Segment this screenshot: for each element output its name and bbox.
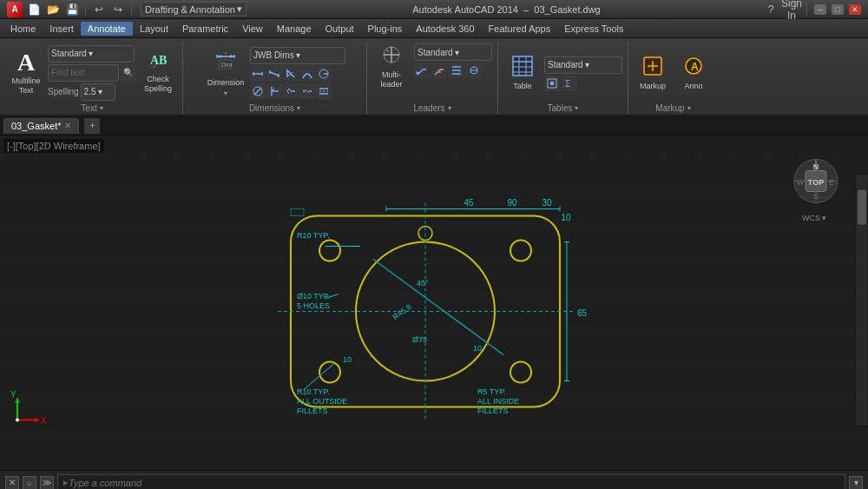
signin-button[interactable]: Sign In <box>784 2 799 17</box>
dim-aligned-button[interactable] <box>266 66 282 82</box>
dim-jogged-button[interactable] <box>283 83 299 99</box>
leader-collect-button[interactable] <box>466 63 482 78</box>
annotation-button[interactable]: A Anno <box>674 49 713 97</box>
help-button[interactable]: ? <box>763 2 779 17</box>
redo-button[interactable]: ↪ <box>110 2 126 17</box>
save-button[interactable]: 💾 <box>64 2 80 17</box>
dimensions-label-text: Dimensions <box>249 103 294 113</box>
multiline-text-button[interactable]: A MultilineText <box>7 49 45 97</box>
ribbon: A MultilineText Standard ▾ Find text 🔍 <box>0 38 868 116</box>
leaders-style-dropdown[interactable]: Standard ▾ <box>414 43 492 61</box>
dim-radius-button[interactable] <box>316 66 332 82</box>
menu-express-tools[interactable]: Express Tools <box>557 22 630 36</box>
svg-text:45°: 45° <box>417 279 429 287</box>
menu-plugins[interactable]: Plug-ins <box>361 22 410 36</box>
document-tabs: 03_Gasket* ✕ + <box>0 116 868 135</box>
multileader-button[interactable]: Multi-leader <box>372 42 411 90</box>
tables-style-dropdown[interactable]: Standard ▾ <box>544 56 622 74</box>
menu-view[interactable]: View <box>235 22 270 36</box>
svg-line-28 <box>306 89 309 93</box>
tables-group-label[interactable]: Tables ▾ <box>548 103 579 115</box>
markup-group-items: Markup A Anno <box>634 42 713 103</box>
svg-text:Ø75: Ø75 <box>412 335 427 344</box>
markup-button[interactable]: Markup <box>634 49 672 97</box>
menu-manage[interactable]: Manage <box>270 22 319 36</box>
workspace-dropdown[interactable]: Drafting & Annotation ▾ <box>141 2 247 17</box>
minimize-button[interactable]: ─ <box>814 4 826 15</box>
tables-arrow: ▾ <box>585 60 589 69</box>
ribbon-group-text: A MultilineText Standard ▾ Find text 🔍 <box>3 42 183 115</box>
dim-style-dropdown[interactable]: JWB Dims ▾ <box>250 47 345 64</box>
dim-adjust-button[interactable] <box>316 83 332 99</box>
undo-button[interactable]: ↩ <box>91 2 107 17</box>
drawing-area[interactable]: 45 90 30 10 65 R10 TYP. Ø10 TYP. 5 HOLES… <box>0 135 868 470</box>
text-style-dropdown[interactable]: Standard ▾ <box>48 45 135 63</box>
svg-text:10: 10 <box>343 355 352 364</box>
doc-tab-close[interactable]: ✕ <box>64 121 71 130</box>
command-line: ✕ ⌕ ≫ ▸ Type a command ▾ <box>0 470 868 489</box>
svg-text:90: 90 <box>507 198 517 208</box>
svg-text:W: W <box>797 178 805 187</box>
file-name: 03_Gasket.dwg <box>534 4 600 15</box>
dimensions-group-label[interactable]: Dimensions ▾ <box>249 103 300 115</box>
leaders-group-label[interactable]: Leaders ▾ <box>413 103 450 115</box>
command-expand-button[interactable]: ▾ <box>849 476 863 490</box>
main-area: [-][Top][2D Wireframe] <box>0 135 868 470</box>
command-search-button[interactable]: ⌕ <box>23 476 36 490</box>
find-text-button[interactable]: 🔍 <box>121 65 136 81</box>
svg-text:Σ: Σ <box>565 79 570 89</box>
menu-layout[interactable]: Layout <box>133 22 175 36</box>
new-button[interactable]: 📄 <box>26 2 42 17</box>
dim-diameter-button[interactable] <box>250 83 266 99</box>
dim-linear-button[interactable] <box>250 66 266 82</box>
open-button[interactable]: 📂 <box>45 2 61 17</box>
multileader-icon <box>380 43 403 69</box>
dim-arc-button[interactable] <box>299 66 315 82</box>
maximize-button[interactable]: □ <box>832 4 844 15</box>
menu-bar: Home Insert Annotate Layout Parametric V… <box>0 19 868 38</box>
ribbon-content: A MultilineText Standard ▾ Find text 🔍 <box>0 38 868 115</box>
dimension-button[interactable]: Dim Dimension ▾ <box>204 49 247 97</box>
markup-group-label[interactable]: Markup ▾ <box>655 103 690 115</box>
menu-annotate[interactable]: Annotate <box>81 22 133 36</box>
text-group-label[interactable]: Text ▾ <box>81 103 102 115</box>
menu-featured-apps[interactable]: Featured Apps <box>482 22 558 36</box>
dim-angular-button[interactable] <box>283 66 299 82</box>
menu-output[interactable]: Output <box>319 22 361 36</box>
spelling-arrow: ▾ <box>98 87 102 96</box>
leader-remove-button[interactable] <box>431 63 447 78</box>
find-text-input[interactable]: Find text <box>48 64 119 82</box>
close-button[interactable]: ✕ <box>849 4 861 15</box>
spelling-dropdown[interactable]: 2.5 ▾ <box>81 83 115 101</box>
title-bar-title: Autodesk AutoCAD 2014 – 03_Gasket.dwg <box>250 4 763 15</box>
menu-parametric[interactable]: Parametric <box>175 22 235 36</box>
dim-break-button[interactable] <box>299 83 315 99</box>
title-bar-right: ? Sign In ─ □ ✕ <box>763 2 861 17</box>
table-cell-button[interactable] <box>544 76 560 91</box>
check-spelling-label: CheckSpelling <box>144 75 172 94</box>
menu-autodesk360[interactable]: Autodesk 360 <box>409 22 481 36</box>
dim-icons-row1 <box>250 66 345 82</box>
menu-home[interactable]: Home <box>3 22 43 36</box>
doc-tab-gasket[interactable]: 03_Gasket* ✕ <box>3 118 79 134</box>
table-formula-button[interactable]: Σ <box>562 76 577 91</box>
separator3 <box>806 3 807 16</box>
svg-text:FILLETS: FILLETS <box>297 406 328 415</box>
svg-text:✓: ✓ <box>152 63 158 70</box>
ribbon-group-leaders: Multi-leader Standard ▾ <box>369 42 498 115</box>
command-options-button[interactable]: ≫ <box>40 476 54 490</box>
check-spelling-button[interactable]: ABC✓ CheckSpelling <box>139 49 177 97</box>
svg-text:10: 10 <box>473 344 482 353</box>
dim-ordinate-button[interactable] <box>266 83 282 99</box>
command-input[interactable]: ▸ Type a command <box>57 474 845 490</box>
leader-align-button[interactable] <box>449 63 464 78</box>
table-button[interactable]: Table <box>503 49 542 97</box>
new-tab-button[interactable]: + <box>84 118 100 134</box>
spelling-label: Spelling <box>48 87 79 96</box>
tables-label-text: Tables <box>548 103 573 113</box>
command-close-button[interactable]: ✕ <box>5 476 19 490</box>
svg-line-21 <box>254 88 261 95</box>
table-small-btns: Σ <box>544 76 622 91</box>
leader-add-button[interactable] <box>414 63 430 78</box>
menu-insert[interactable]: Insert <box>43 22 81 36</box>
